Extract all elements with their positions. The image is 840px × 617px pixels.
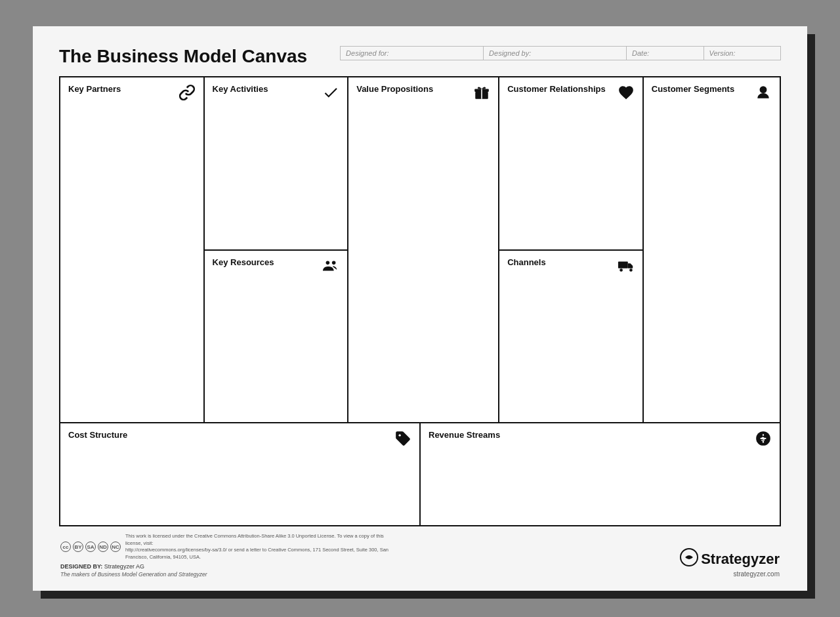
key-activities-title: Key Activities (213, 84, 268, 95)
channels-cell[interactable]: Channels (499, 251, 642, 423)
svg-point-10 (399, 435, 401, 436)
strategyzer-logo-icon (680, 548, 698, 570)
key-partners-title: Key Partners (68, 84, 121, 95)
revenue-streams-cell[interactable]: Revenue Streams $ (421, 423, 780, 525)
key-resources-title: Key Resources (213, 257, 274, 268)
canvas-bottom: Cost Structure Revenue Streams (60, 423, 780, 525)
footer: cc BY SA ND NC This work is licensed und… (59, 533, 781, 578)
svg-rect-6 (618, 261, 628, 268)
cc-icons: cc BY SA ND NC This work is licensed und… (60, 533, 401, 561)
gift-icon (473, 84, 490, 103)
canvas-top: Key Partners (60, 77, 780, 423)
revenue-streams-title: Revenue Streams (429, 430, 500, 440)
svg-text:$: $ (761, 435, 765, 442)
footer-right: Strategyzer strategyzer.com (680, 548, 780, 578)
value-propositions-cell[interactable]: Value Propositions (348, 77, 498, 422)
value-propositions-column: Value Propositions (348, 77, 499, 422)
footer-tagline: The makers of Business Model Generation … (60, 571, 401, 578)
customer-relationships-cell[interactable]: Customer Relationships (499, 77, 642, 251)
cc-sa-icon: SA (85, 542, 96, 552)
customer-segments-column: Customer Segments (644, 77, 780, 422)
header-fields: Designed for: Designed by: Date: Version… (340, 46, 781, 60)
cost-structure-title: Cost Structure (68, 430, 127, 440)
cc-nd-icon: ND (98, 542, 108, 552)
checkmark-icon (322, 84, 339, 103)
footer-left: cc BY SA ND NC This work is licensed und… (60, 533, 401, 578)
cr-channels-column: Customer Relationships Channels (499, 77, 644, 422)
cc-by-icon: BY (73, 542, 83, 552)
strategyzer-name: Strategyzer (701, 551, 780, 568)
heart-icon (618, 84, 635, 103)
channels-title: Channels (507, 257, 546, 268)
designed-by-field[interactable]: Designed by: (484, 47, 627, 60)
license-text: This work is licensed under the Creative… (125, 533, 401, 561)
customer-segments-cell[interactable]: Customer Segments (644, 77, 780, 422)
link-icon (178, 84, 196, 103)
key-partners-cell[interactable]: Key Partners (60, 77, 203, 422)
strategyzer-logo: Strategyzer (680, 548, 780, 570)
svg-point-0 (326, 261, 330, 265)
svg-rect-2 (329, 268, 332, 269)
cost-structure-cell[interactable]: Cost Structure (60, 423, 421, 525)
designed-by: DESIGNED BY: Strategyzer AG (60, 563, 401, 570)
page-title: The Business Model Canvas (59, 46, 307, 67)
key-activities-resources-column: Key Activities Key Resources (205, 77, 349, 422)
truck-icon (618, 257, 635, 276)
cc-icon: cc (60, 542, 71, 552)
key-activities-cell[interactable]: Key Activities (205, 77, 348, 251)
version-field[interactable]: Version: (704, 47, 780, 60)
business-model-canvas: Key Partners (59, 76, 781, 526)
people-icon (322, 257, 339, 276)
coin-icon: $ (755, 430, 772, 449)
key-partners-column: Key Partners (60, 77, 205, 422)
customer-relationships-title: Customer Relationships (507, 84, 606, 95)
designed-for-field[interactable]: Designed for: (341, 47, 484, 60)
svg-point-1 (332, 261, 336, 265)
value-propositions-title: Value Propositions (356, 84, 433, 95)
key-resources-cell[interactable]: Key Resources (205, 251, 348, 423)
header: The Business Model Canvas Designed for: … (59, 46, 781, 67)
cc-nc-icon: NC (110, 542, 121, 552)
tag-icon (394, 430, 411, 449)
svg-point-9 (760, 86, 767, 93)
customer-segments-title: Customer Segments (652, 84, 734, 95)
svg-point-7 (620, 268, 623, 272)
footer-url: strategyzer.com (680, 570, 780, 578)
date-field[interactable]: Date: (627, 47, 704, 60)
svg-point-8 (629, 268, 633, 272)
user-icon (755, 84, 772, 103)
